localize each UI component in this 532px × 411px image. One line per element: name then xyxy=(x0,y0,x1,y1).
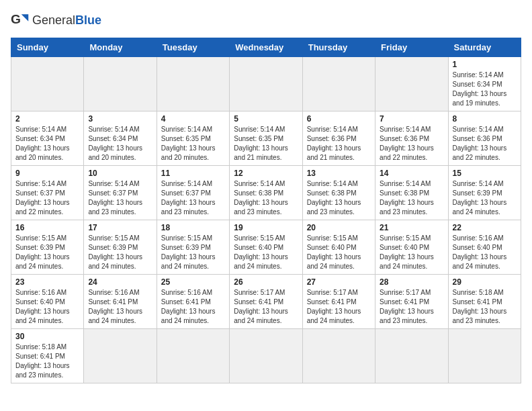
calendar-day-cell xyxy=(302,57,375,111)
calendar-day-cell: 21Sunrise: 5:15 AM Sunset: 6:40 PM Dayli… xyxy=(375,220,448,275)
day-info: Sunrise: 5:15 AM Sunset: 6:39 PM Dayligh… xyxy=(161,234,225,271)
day-number: 20 xyxy=(307,223,371,232)
weekday-header-row: SundayMondayTuesdayWednesdayThursdayFrid… xyxy=(11,38,521,57)
day-number: 11 xyxy=(161,169,225,178)
day-number: 21 xyxy=(380,223,443,232)
calendar-day-cell: 13Sunrise: 5:14 AM Sunset: 6:38 PM Dayli… xyxy=(302,166,375,220)
day-number: 5 xyxy=(234,114,298,124)
calendar-day-cell: 17Sunrise: 5:15 AM Sunset: 6:39 PM Dayli… xyxy=(84,220,157,275)
day-info: Sunrise: 5:14 AM Sunset: 6:36 PM Dayligh… xyxy=(307,125,371,163)
calendar-day-cell xyxy=(375,57,448,111)
day-number: 26 xyxy=(234,277,298,287)
weekday-header-sunday: Sunday xyxy=(11,38,84,57)
calendar-day-cell: 1Sunrise: 5:14 AM Sunset: 6:34 PM Daylig… xyxy=(448,57,521,111)
day-number: 22 xyxy=(453,223,517,232)
day-info: Sunrise: 5:14 AM Sunset: 6:36 PM Dayligh… xyxy=(380,125,443,163)
weekday-header-tuesday: Tuesday xyxy=(157,38,229,57)
day-info: Sunrise: 5:16 AM Sunset: 6:41 PM Dayligh… xyxy=(88,288,152,326)
day-number: 3 xyxy=(88,114,152,124)
svg-marker-1 xyxy=(21,14,29,21)
day-number: 2 xyxy=(15,114,79,124)
calendar-day-cell xyxy=(84,329,157,383)
day-number: 27 xyxy=(307,277,371,287)
calendar-day-cell xyxy=(302,329,375,383)
day-number: 10 xyxy=(88,169,152,178)
calendar-day-cell: 18Sunrise: 5:15 AM Sunset: 6:39 PM Dayli… xyxy=(157,220,229,275)
calendar-day-cell: 15Sunrise: 5:14 AM Sunset: 6:39 PM Dayli… xyxy=(448,166,521,220)
day-number: 16 xyxy=(15,223,79,232)
day-number: 8 xyxy=(453,114,517,124)
day-info: Sunrise: 5:15 AM Sunset: 6:39 PM Dayligh… xyxy=(15,234,79,271)
day-number: 19 xyxy=(234,223,298,232)
day-number: 6 xyxy=(307,114,371,124)
calendar-day-cell xyxy=(157,57,229,111)
calendar-day-cell: 7Sunrise: 5:14 AM Sunset: 6:36 PM Daylig… xyxy=(375,111,448,166)
calendar-week-row: 2Sunrise: 5:14 AM Sunset: 6:34 PM Daylig… xyxy=(11,111,521,166)
day-info: Sunrise: 5:15 AM Sunset: 6:40 PM Dayligh… xyxy=(380,234,443,271)
calendar-week-row: 1Sunrise: 5:14 AM Sunset: 6:34 PM Daylig… xyxy=(11,57,521,111)
logo: G GeneralBlue xyxy=(11,11,101,30)
day-info: Sunrise: 5:14 AM Sunset: 6:37 PM Dayligh… xyxy=(15,179,79,217)
day-number: 14 xyxy=(380,169,443,178)
day-number: 24 xyxy=(88,277,152,287)
calendar-day-cell xyxy=(448,329,521,383)
day-info: Sunrise: 5:16 AM Sunset: 6:40 PM Dayligh… xyxy=(453,234,517,271)
day-number: 18 xyxy=(161,223,225,232)
day-info: Sunrise: 5:14 AM Sunset: 6:34 PM Dayligh… xyxy=(88,125,152,163)
calendar-day-cell: 27Sunrise: 5:17 AM Sunset: 6:41 PM Dayli… xyxy=(302,275,375,329)
weekday-header-thursday: Thursday xyxy=(302,38,375,57)
calendar-day-cell: 19Sunrise: 5:15 AM Sunset: 6:40 PM Dayli… xyxy=(230,220,302,275)
weekday-header-monday: Monday xyxy=(84,38,157,57)
calendar-day-cell: 4Sunrise: 5:14 AM Sunset: 6:35 PM Daylig… xyxy=(157,111,229,166)
calendar-day-cell xyxy=(84,57,157,111)
day-info: Sunrise: 5:17 AM Sunset: 6:41 PM Dayligh… xyxy=(307,288,371,326)
calendar-day-cell: 2Sunrise: 5:14 AM Sunset: 6:34 PM Daylig… xyxy=(11,111,84,166)
day-info: Sunrise: 5:14 AM Sunset: 6:37 PM Dayligh… xyxy=(161,179,225,217)
day-info: Sunrise: 5:15 AM Sunset: 6:39 PM Dayligh… xyxy=(88,234,152,271)
day-number: 1 xyxy=(453,60,517,69)
calendar-day-cell: 3Sunrise: 5:14 AM Sunset: 6:34 PM Daylig… xyxy=(84,111,157,166)
day-number: 28 xyxy=(380,277,443,287)
day-number: 4 xyxy=(161,114,225,124)
weekday-header-wednesday: Wednesday xyxy=(230,38,302,57)
day-number: 25 xyxy=(161,277,225,287)
calendar-day-cell xyxy=(230,57,302,111)
day-number: 13 xyxy=(307,169,371,178)
calendar-day-cell: 16Sunrise: 5:15 AM Sunset: 6:39 PM Dayli… xyxy=(11,220,84,275)
svg-text:G: G xyxy=(11,12,21,26)
day-info: Sunrise: 5:14 AM Sunset: 6:38 PM Dayligh… xyxy=(380,179,443,217)
day-number: 15 xyxy=(453,169,517,178)
calendar-week-row: 23Sunrise: 5:16 AM Sunset: 6:40 PM Dayli… xyxy=(11,275,521,329)
day-info: Sunrise: 5:14 AM Sunset: 6:38 PM Dayligh… xyxy=(307,179,371,217)
day-info: Sunrise: 5:14 AM Sunset: 6:34 PM Dayligh… xyxy=(15,125,79,163)
calendar-day-cell: 24Sunrise: 5:16 AM Sunset: 6:41 PM Dayli… xyxy=(84,275,157,329)
day-number: 9 xyxy=(15,169,79,178)
day-info: Sunrise: 5:15 AM Sunset: 6:40 PM Dayligh… xyxy=(307,234,371,271)
calendar-day-cell xyxy=(230,329,302,383)
day-info: Sunrise: 5:18 AM Sunset: 6:41 PM Dayligh… xyxy=(15,342,79,380)
calendar-week-row: 9Sunrise: 5:14 AM Sunset: 6:37 PM Daylig… xyxy=(11,166,521,220)
day-info: Sunrise: 5:14 AM Sunset: 6:35 PM Dayligh… xyxy=(161,125,225,163)
day-number: 23 xyxy=(15,277,79,287)
calendar-day-cell: 22Sunrise: 5:16 AM Sunset: 6:40 PM Dayli… xyxy=(448,220,521,275)
page-header: G GeneralBlue xyxy=(11,11,521,30)
calendar-day-cell: 14Sunrise: 5:14 AM Sunset: 6:38 PM Dayli… xyxy=(375,166,448,220)
calendar-table: SundayMondayTuesdayWednesdayThursdayFrid… xyxy=(11,38,521,383)
day-info: Sunrise: 5:14 AM Sunset: 6:39 PM Dayligh… xyxy=(453,179,517,217)
day-info: Sunrise: 5:17 AM Sunset: 6:41 PM Dayligh… xyxy=(234,288,298,326)
day-number: 17 xyxy=(88,223,152,232)
calendar-day-cell: 6Sunrise: 5:14 AM Sunset: 6:36 PM Daylig… xyxy=(302,111,375,166)
calendar-week-row: 16Sunrise: 5:15 AM Sunset: 6:39 PM Dayli… xyxy=(11,220,521,275)
calendar-day-cell: 20Sunrise: 5:15 AM Sunset: 6:40 PM Dayli… xyxy=(302,220,375,275)
day-info: Sunrise: 5:15 AM Sunset: 6:40 PM Dayligh… xyxy=(234,234,298,271)
day-info: Sunrise: 5:16 AM Sunset: 6:40 PM Dayligh… xyxy=(15,288,79,326)
weekday-header-saturday: Saturday xyxy=(448,38,521,57)
day-info: Sunrise: 5:14 AM Sunset: 6:34 PM Dayligh… xyxy=(453,71,517,108)
day-info: Sunrise: 5:14 AM Sunset: 6:37 PM Dayligh… xyxy=(88,179,152,217)
calendar-day-cell: 30Sunrise: 5:18 AM Sunset: 6:41 PM Dayli… xyxy=(11,329,84,383)
day-info: Sunrise: 5:14 AM Sunset: 6:38 PM Dayligh… xyxy=(234,179,298,217)
calendar-day-cell: 9Sunrise: 5:14 AM Sunset: 6:37 PM Daylig… xyxy=(11,166,84,220)
calendar-day-cell: 11Sunrise: 5:14 AM Sunset: 6:37 PM Dayli… xyxy=(157,166,229,220)
calendar-day-cell xyxy=(375,329,448,383)
calendar-day-cell xyxy=(11,57,84,111)
